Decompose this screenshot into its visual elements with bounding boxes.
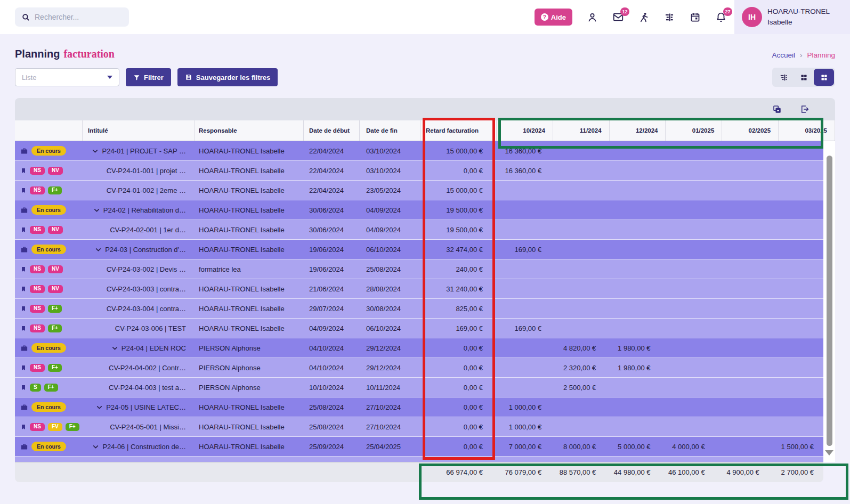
chevron-down-icon[interactable] xyxy=(96,404,103,411)
table-row[interactable]: NSNVCV-P24-01-001 | projet …HOARAU-TRONE… xyxy=(15,161,823,181)
calendar-icon[interactable] xyxy=(690,12,701,23)
row-month-value xyxy=(605,319,660,338)
scrollbar-down-arrow-icon[interactable] xyxy=(825,450,833,456)
row-responsable: PIERSON Alphonse xyxy=(195,378,304,397)
mail-icon[interactable]: 12 xyxy=(612,11,624,23)
column-header-responsable[interactable]: Responsable xyxy=(195,120,304,141)
planning-columns-icon[interactable] xyxy=(664,12,675,23)
save-filters-button[interactable]: Sauvegarder les filtres xyxy=(177,68,278,86)
chevron-down-icon[interactable] xyxy=(92,148,99,155)
table-row[interactable]: SF+CV-P24-04-003 | test a…PIERSON Alphon… xyxy=(15,378,823,397)
save-icon xyxy=(185,74,192,81)
table-row[interactable]: En coursP24-02 | Réhabilitation d…HOARAU… xyxy=(15,200,823,220)
table-row[interactable]: NSNVCV-P24-02-001 | 1er d…HOARAU-TRONEL … xyxy=(15,220,823,240)
help-button[interactable]: ? Aide xyxy=(535,9,572,26)
avatar: IH xyxy=(742,7,762,27)
row-month-value: 5 000,00 € xyxy=(605,457,660,462)
column-header-month[interactable]: 11/2024 xyxy=(553,120,610,141)
row-intitule: CV-P24-03-004 | contra… xyxy=(83,299,195,318)
chevron-down-icon[interactable] xyxy=(95,246,102,253)
user-menu[interactable]: IH HOARAU-TRONEL Isabelle xyxy=(734,0,850,34)
column-header-flags[interactable] xyxy=(15,120,83,141)
table-row[interactable]: En coursP24-03 | Construction d'…HOARAU-… xyxy=(15,240,823,259)
row-month-value xyxy=(497,338,551,357)
export-icon[interactable] xyxy=(800,104,809,114)
column-header-date-debut[interactable]: Date de début xyxy=(304,120,360,141)
status-badge: F+ xyxy=(66,423,79,431)
search-box[interactable] xyxy=(15,7,129,27)
row-intitule: P24-06 | Construction de… xyxy=(83,437,195,456)
bell-icon[interactable]: 27 xyxy=(715,11,727,23)
user-icon[interactable] xyxy=(587,12,598,23)
filter-button[interactable]: Filtrer xyxy=(126,68,171,86)
table-row[interactable]: NSF+CV-P24-01-002 | 2eme …HOARAU-TRONEL … xyxy=(15,181,823,200)
row-month-value xyxy=(551,240,605,259)
chevron-down-icon[interactable] xyxy=(111,345,118,352)
row-responsable: HOARAU-TRONEL Isabelle xyxy=(195,457,304,462)
row-month-value xyxy=(660,417,715,436)
row-month-value xyxy=(715,279,769,298)
table-row[interactable]: En coursP24-04 | EDEN ROCPIERSON Alphons… xyxy=(15,338,823,358)
table-row[interactable]: NSNVCV-P24-03-003 | contra…HOARAU-TRONEL… xyxy=(15,279,823,299)
breadcrumb-home[interactable]: Accueil xyxy=(772,51,795,59)
row-month-value xyxy=(605,161,660,180)
row-flags: NSFVF+ xyxy=(15,417,83,436)
footer-month-total: 76 079,00 € xyxy=(497,462,551,482)
status-badge: NS xyxy=(30,285,45,293)
column-header-month[interactable]: 10/2024 xyxy=(497,120,553,141)
list-select[interactable]: Liste xyxy=(15,68,119,86)
row-flags: NSNV xyxy=(15,279,83,298)
table-row[interactable]: En coursP24-06 | Construction de…HOARAU-… xyxy=(15,437,823,457)
table-row[interactable]: En coursP24-01 | PROJET - SAP …HOARAU-TR… xyxy=(15,141,823,161)
column-header-month[interactable]: 02/2025 xyxy=(722,120,779,141)
status-badge: F+ xyxy=(48,364,62,372)
row-month-value xyxy=(660,259,715,279)
runner-icon[interactable] xyxy=(638,12,650,23)
row-responsable: HOARAU-TRONEL Isabelle xyxy=(195,200,304,220)
column-header-intitule[interactable]: Intitulé xyxy=(83,120,195,141)
row-title-text: P24-04 | EDEN ROC xyxy=(122,344,186,352)
row-date-fin: 25/04/2025 xyxy=(360,437,420,456)
bookmark-icon xyxy=(20,325,27,332)
row-retard: 0,00 € xyxy=(420,457,497,462)
row-month-value xyxy=(660,200,715,220)
row-month-value xyxy=(660,161,715,180)
status-badge: En cours xyxy=(31,146,66,156)
column-header-month[interactable]: 01/2025 xyxy=(666,120,722,141)
row-date-fin: 30/08/2024 xyxy=(360,299,420,318)
table-row[interactable]: En coursP24-05 | USINE LATEC…HOARAU-TRON… xyxy=(15,397,823,417)
copy-icon[interactable] xyxy=(772,104,782,114)
column-header-date-fin[interactable]: Date de fin xyxy=(360,120,420,141)
chevron-down-icon[interactable] xyxy=(93,207,100,214)
row-month-value xyxy=(660,338,715,357)
row-retard: 19 500,00 € xyxy=(420,200,497,220)
row-retard: 0,00 € xyxy=(420,417,497,436)
view-table-button[interactable] xyxy=(814,69,834,86)
table-row[interactable]: NSNVCV-P24-03-002 | Devis …formatrice le… xyxy=(15,259,823,279)
column-header-month[interactable]: 12/2024 xyxy=(610,120,666,141)
column-header-month[interactable]: 03/2025 xyxy=(779,120,835,141)
row-month-value xyxy=(605,240,660,259)
search-input[interactable] xyxy=(35,13,120,21)
table-row[interactable]: NSFVF+CV-P24-05-001 | Missi…HOARAU-TRONE… xyxy=(15,417,823,437)
row-intitule: P24-04 | EDEN ROC xyxy=(83,338,195,357)
view-grid-button[interactable] xyxy=(794,69,814,86)
table-row[interactable]: NSF+CV-P24-03-006 | TESTHOARAU-TRONEL Is… xyxy=(15,319,823,338)
scrollbar-thumb[interactable] xyxy=(827,156,832,446)
column-header-retard[interactable]: Retard facturation xyxy=(420,120,497,141)
table-row[interactable]: NSF+CV-P24-03-004 | contra…HOARAU-TRONEL… xyxy=(15,299,823,319)
bookmark-icon xyxy=(20,305,27,312)
row-retard: 825,00 € xyxy=(420,299,497,318)
row-month-value xyxy=(769,417,823,436)
breadcrumb-current[interactable]: Planning xyxy=(807,51,835,59)
row-month-value xyxy=(660,358,715,377)
row-month-value xyxy=(715,181,769,200)
row-flags: En cours xyxy=(15,397,83,417)
view-density-button[interactable] xyxy=(773,69,794,86)
chevron-down-icon[interactable] xyxy=(92,443,99,450)
table-row[interactable]: NSF+CV-P24-04-002 | Contr…PIERSON Alphon… xyxy=(15,358,823,378)
table-row[interactable]: SF+CV-P24-06-001 | Cont…HOARAU-TRONEL Is… xyxy=(15,457,823,462)
row-month-value xyxy=(497,358,551,377)
view-toggle xyxy=(772,68,835,87)
row-intitule: CV-P24-01-001 | projet … xyxy=(83,161,195,180)
